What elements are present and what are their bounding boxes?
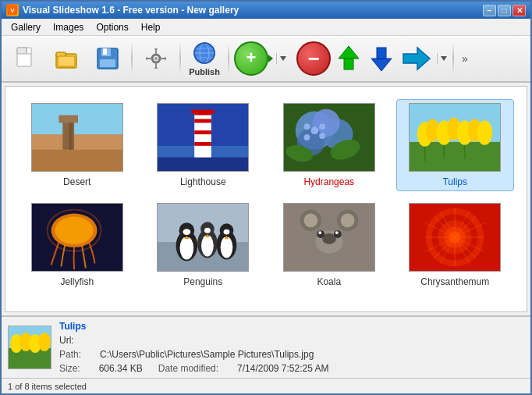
svg-point-74 — [180, 237, 194, 259]
svg-rect-30 — [32, 150, 122, 172]
new-button[interactable] — [8, 40, 45, 77]
minimize-button[interactable]: − — [483, 5, 496, 16]
add-button[interactable]: + — [234, 41, 268, 76]
remove-button[interactable]: − — [296, 41, 331, 76]
status-thumbnail — [8, 326, 51, 369]
title-bar: V Visual Slideshow 1.6 - Free version - … — [2, 2, 530, 19]
move-up-button[interactable] — [334, 41, 364, 76]
add-dropdown-button[interactable] — [276, 53, 287, 64]
svg-point-76 — [183, 229, 191, 235]
main-content: Desert — [2, 83, 530, 315]
gallery-item-desert[interactable]: Desert — [18, 99, 137, 191]
svg-rect-9 — [103, 48, 107, 55]
menu-options[interactable]: Options — [90, 20, 134, 34]
svg-rect-56 — [410, 142, 500, 171]
gallery-label-jellyfish: Jellyfish — [60, 276, 94, 287]
maximize-button[interactable]: □ — [498, 5, 511, 16]
chevron-down-icon-2 — [441, 56, 447, 61]
svg-point-86 — [224, 230, 230, 235]
svg-marker-25 — [371, 59, 392, 71]
item-count: 1 of 8 items selected — [8, 382, 87, 391]
jellyfish-image — [32, 203, 122, 272]
svg-rect-26 — [377, 48, 386, 59]
path-label: Path: — [59, 349, 81, 360]
tulips-image — [410, 103, 500, 172]
status-filename: Tulips — [59, 321, 524, 332]
gallery-thumb-hydrangeas — [283, 103, 375, 172]
svg-point-84 — [221, 237, 233, 258]
svg-rect-32 — [59, 115, 78, 123]
svg-point-52 — [319, 133, 325, 139]
gallery-grid: Desert — [5, 87, 527, 304]
svg-rect-24 — [344, 59, 353, 69]
chevron-down-icon — [280, 56, 286, 61]
publish-button[interactable]: Publish — [186, 40, 223, 77]
gallery-item-lighthouse[interactable]: Lighthouse — [144, 99, 263, 191]
publish-label: Publish — [189, 67, 220, 77]
save-icon — [95, 46, 120, 71]
open-icon — [55, 46, 80, 71]
window-title: Visual Slideshow 1.6 - Free version - Ne… — [23, 5, 239, 16]
gallery-thumb-jellyfish — [31, 203, 123, 272]
export-button[interactable] — [399, 41, 434, 76]
svg-point-69 — [55, 216, 93, 244]
title-bar-buttons: − □ ✕ — [483, 5, 526, 16]
status-row-url: Url: — [59, 335, 524, 346]
gallery-item-koala[interactable]: Koala — [270, 199, 388, 291]
url-label: Url: — [59, 335, 74, 346]
svg-point-119 — [38, 333, 51, 351]
svg-point-92 — [303, 214, 317, 228]
open-button[interactable] — [48, 40, 86, 77]
add-group: + — [234, 41, 287, 76]
svg-rect-10 — [100, 59, 115, 67]
menu-gallery[interactable]: Gallery — [5, 20, 47, 34]
gallery-thumb-koala — [283, 203, 375, 272]
svg-point-81 — [204, 228, 211, 233]
move-down-button[interactable] — [367, 41, 396, 76]
settings-button[interactable] — [137, 40, 175, 77]
arrow-up-icon — [337, 44, 360, 73]
gallery-item-chrysanthemum[interactable]: Chrysanthemum — [396, 199, 515, 291]
menu-help[interactable]: Help — [135, 20, 167, 34]
more-button[interactable]: » — [459, 41, 471, 76]
date-value: 7/14/2009 7:52:25 AM — [237, 363, 328, 374]
gallery-label-chrysanthemum: Chrysanthemum — [420, 276, 489, 287]
hydrangeas-image — [284, 103, 374, 172]
export-dropdown-button[interactable] — [437, 53, 448, 64]
svg-rect-6 — [58, 56, 75, 66]
gallery-label-koala: Koala — [317, 276, 341, 287]
gallery-thumb-chrysanthemum — [409, 203, 501, 272]
main-window: V Visual Slideshow 1.6 - Free version - … — [0, 0, 532, 395]
save-button[interactable] — [89, 40, 126, 77]
svg-marker-23 — [339, 46, 359, 59]
svg-point-63 — [477, 120, 493, 144]
remove-icon: − — [307, 48, 319, 69]
gallery-area[interactable]: Desert — [5, 86, 527, 312]
status-row-path: Path: C:\Users\Public\Pictures\Sample Pi… — [59, 349, 524, 360]
settings-icon — [144, 46, 168, 71]
size-label: Size: — [59, 363, 80, 374]
toolbar: Publish + − — [2, 36, 530, 83]
gallery-item-tulips[interactable]: Tulips — [396, 99, 515, 191]
svg-rect-42 — [194, 142, 211, 146]
status-info: Tulips Url: Path: C:\Users\Public\Pictur… — [59, 321, 524, 374]
svg-text:V: V — [10, 7, 15, 14]
svg-point-49 — [303, 123, 310, 130]
separator-2 — [179, 43, 181, 74]
svg-rect-39 — [192, 110, 215, 114]
svg-point-93 — [340, 214, 354, 228]
menu-images[interactable]: Images — [47, 20, 90, 34]
svg-point-51 — [303, 134, 310, 141]
gallery-item-jellyfish[interactable]: Jellyfish — [18, 199, 137, 291]
gallery-label-penguins: Penguins — [183, 276, 222, 287]
status-thumb-image — [9, 326, 51, 369]
publish-group: Publish — [186, 40, 223, 77]
close-button[interactable]: ✕ — [512, 5, 526, 16]
export-icon — [402, 44, 431, 73]
gallery-thumb-lighthouse — [157, 103, 249, 172]
svg-point-99 — [335, 231, 339, 234]
gallery-item-penguins[interactable]: Penguins — [144, 199, 263, 291]
export-group — [437, 53, 448, 64]
size-value: 606.34 KB — [99, 363, 143, 374]
gallery-item-hydrangeas[interactable]: Hydrangeas — [270, 99, 388, 191]
